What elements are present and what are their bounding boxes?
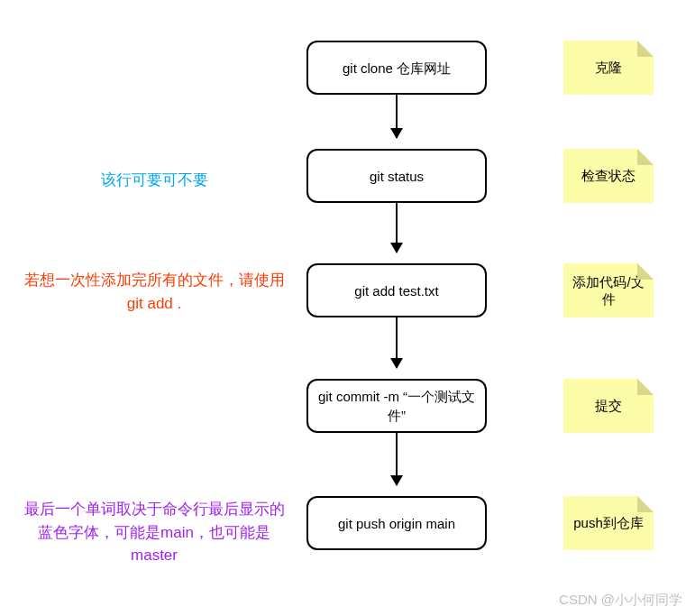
sticky-text: 克隆 xyxy=(595,59,622,77)
command-box-4: git push origin main xyxy=(306,496,487,550)
sticky-note-0: 克隆 xyxy=(563,41,654,95)
sticky-note-4: push到仓库 xyxy=(563,496,654,550)
command-box-2: git add test.txt xyxy=(306,263,487,317)
command-box-1: git status xyxy=(306,149,487,203)
annotation-4: 最后一个单词取决于命令行最后显示的蓝色字体，可能是main，也可能是master xyxy=(23,498,285,567)
annotation-2: 若想一次性添加完所有的文件，请使用git add . xyxy=(23,269,285,315)
command-box-3: git commit -m “一个测试文件” xyxy=(306,379,487,433)
sticky-text: 添加代码/文件 xyxy=(567,273,650,308)
arrow-down-icon xyxy=(396,317,398,368)
sticky-text: push到仓库 xyxy=(573,514,644,532)
annotation-text: 最后一个单词取决于命令行最后显示的蓝色字体，可能是main，也可能是master xyxy=(24,501,285,564)
sticky-note-1: 检查状态 xyxy=(563,149,654,203)
command-text: git status xyxy=(370,167,424,186)
sticky-text: 提交 xyxy=(595,397,622,415)
command-box-0: git clone 仓库网址 xyxy=(306,41,487,95)
arrow-down-icon xyxy=(396,95,398,138)
arrow-down-icon xyxy=(396,433,398,485)
annotation-text: 该行可要可不要 xyxy=(101,171,208,188)
annotation-text: 若想一次性添加完所有的文件，请使用git add . xyxy=(24,271,285,312)
command-text: git commit -m “一个测试文件” xyxy=(317,387,476,425)
sticky-text: 检查状态 xyxy=(581,167,636,185)
command-text: git push origin main xyxy=(338,514,455,533)
command-text: git add test.txt xyxy=(354,281,438,300)
watermark: CSDN @小小何同学 xyxy=(559,592,682,609)
sticky-note-3: 提交 xyxy=(563,379,654,433)
command-text: git clone 仓库网址 xyxy=(343,59,451,78)
annotation-1: 该行可要可不要 xyxy=(23,169,285,192)
sticky-note-2: 添加代码/文件 xyxy=(563,263,654,317)
arrow-down-icon xyxy=(396,203,398,253)
